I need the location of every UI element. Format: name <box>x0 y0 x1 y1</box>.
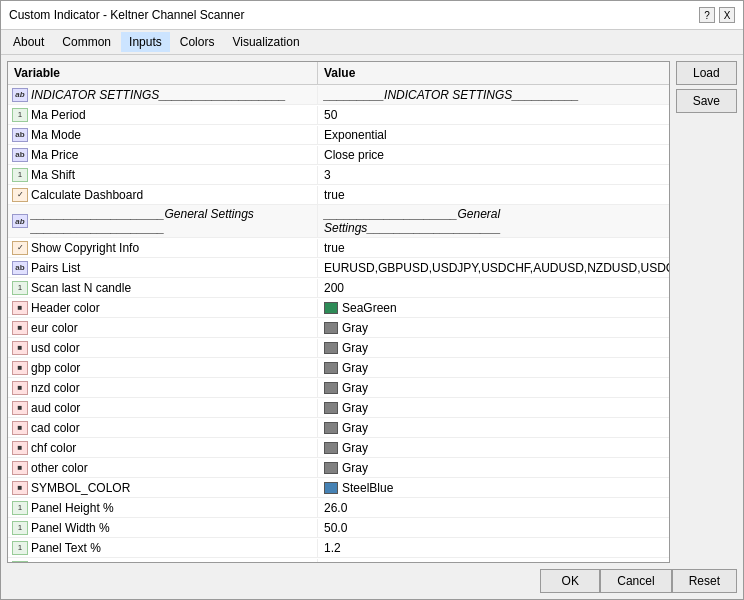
cell-value: SeaGreen <box>318 299 669 317</box>
variable-text: Ma Price <box>31 148 78 162</box>
table-header: Variable Value <box>8 62 669 85</box>
color-swatch <box>324 422 338 434</box>
variable-text: chf color <box>31 441 76 455</box>
cell-variable: ■ eur color <box>8 319 318 337</box>
cell-value: 200 <box>318 279 669 297</box>
cell-value: Gray <box>318 379 669 397</box>
table-row[interactable]: ab Ma Mode Exponential <box>8 125 669 145</box>
table-row[interactable]: ab INDICATOR SETTINGS___________________… <box>8 85 669 105</box>
menu-bar: About Common Inputs Colors Visualization <box>1 30 743 55</box>
bottom-buttons-row: OK Cancel Reset <box>7 569 737 593</box>
ab-icon: ab <box>12 88 28 102</box>
table-row[interactable]: ab Ma Price Close price <box>8 145 669 165</box>
help-button[interactable]: ? <box>699 7 715 23</box>
menu-common[interactable]: Common <box>54 32 119 52</box>
color-icon: ■ <box>12 301 28 315</box>
value-text: SeaGreen <box>342 301 397 315</box>
variable-text: aud color <box>31 401 80 415</box>
table-row[interactable]: ■ usd color Gray <box>8 338 669 358</box>
color-swatch <box>324 442 338 454</box>
table-row[interactable]: ab Pairs List EURUSD,GBPUSD,USDJPY,USDCH… <box>8 258 669 278</box>
cell-variable: 1 Arrow Up Code <box>8 559 318 564</box>
table-row[interactable]: ■ nzd color Gray <box>8 378 669 398</box>
cell-variable: 1 Ma Period <box>8 106 318 124</box>
color-icon: ■ <box>12 321 28 335</box>
table-row[interactable]: 1 Arrow Up Code 233 <box>8 558 669 563</box>
table-row[interactable]: 1 Ma Shift 3 <box>8 165 669 185</box>
value-text: Gray <box>342 321 368 335</box>
table-row[interactable]: 1 Scan last N candle 200 <box>8 278 669 298</box>
variable-text: Scan last N candle <box>31 281 131 295</box>
value-text: Gray <box>342 361 368 375</box>
table-row[interactable]: 1 Panel Height % 26.0 <box>8 498 669 518</box>
table-row[interactable]: 1 Panel Width % 50.0 <box>8 518 669 538</box>
cell-value: 233 <box>318 559 669 564</box>
variable-text: usd color <box>31 341 80 355</box>
color-swatch <box>324 302 338 314</box>
menu-inputs[interactable]: Inputs <box>121 32 170 52</box>
num-icon: 1 <box>12 501 28 515</box>
cell-variable: ■ usd color <box>8 339 318 357</box>
color-icon: ■ <box>12 481 28 495</box>
table-row[interactable]: ■ SYMBOL_COLOR SteelBlue <box>8 478 669 498</box>
table-row[interactable]: ■ Header color SeaGreen <box>8 298 669 318</box>
cell-value: 26.0 <box>318 499 669 517</box>
table-row[interactable]: 1 Panel Text % 1.2 <box>8 538 669 558</box>
main-window: Custom Indicator - Keltner Channel Scann… <box>0 0 744 600</box>
load-button[interactable]: Load <box>676 61 737 85</box>
bool-icon: ✓ <box>12 188 28 202</box>
table-row[interactable]: ■ eur color Gray <box>8 318 669 338</box>
value-text: _________INDICATOR SETTINGS__________ <box>324 88 579 102</box>
ok-button[interactable]: OK <box>540 569 600 593</box>
color-swatch <box>324 322 338 334</box>
save-button[interactable]: Save <box>676 89 737 113</box>
value-text: 200 <box>324 281 344 295</box>
value-text: 50 <box>324 108 337 122</box>
cell-variable: ab Ma Price <box>8 146 318 164</box>
cell-variable: ■ Header color <box>8 299 318 317</box>
cell-value: _________INDICATOR SETTINGS__________ <box>318 86 669 104</box>
cancel-button[interactable]: Cancel <box>600 569 671 593</box>
table-row[interactable]: ✓ Calculate Dashboard true <box>8 185 669 205</box>
cell-value: Close price <box>318 146 669 164</box>
value-text: Gray <box>342 441 368 455</box>
cell-value: 50 <box>318 106 669 124</box>
settings-table[interactable]: Variable Value ab INDICATOR SETTINGS____… <box>7 61 670 563</box>
menu-about[interactable]: About <box>5 32 52 52</box>
cell-variable: ■ aud color <box>8 399 318 417</box>
cell-variable: ✓ Calculate Dashboard <box>8 186 318 204</box>
close-button[interactable]: X <box>719 7 735 23</box>
value-text: 3 <box>324 168 331 182</box>
variable-text: Panel Text % <box>31 541 101 555</box>
variable-text: gbp color <box>31 361 80 375</box>
table-row[interactable]: ■ gbp color Gray <box>8 358 669 378</box>
table-row[interactable]: ■ aud color Gray <box>8 398 669 418</box>
color-icon: ■ <box>12 421 28 435</box>
menu-colors[interactable]: Colors <box>172 32 223 52</box>
table-row[interactable]: ■ cad color Gray <box>8 418 669 438</box>
cell-value: SteelBlue <box>318 479 669 497</box>
value-text: Gray <box>342 401 368 415</box>
cell-value: Gray <box>318 319 669 337</box>
table-row[interactable]: 1 Ma Period 50 <box>8 105 669 125</box>
menu-visualization[interactable]: Visualization <box>224 32 307 52</box>
table-row[interactable]: ■ chf color Gray <box>8 438 669 458</box>
color-icon: ■ <box>12 441 28 455</box>
reset-button[interactable]: Reset <box>672 569 737 593</box>
cell-variable: ab ____________________General Settings … <box>8 205 318 237</box>
num-icon: 1 <box>12 168 28 182</box>
title-bar-buttons: ? X <box>699 7 735 23</box>
cell-variable: ✓ Show Copyright Info <box>8 239 318 257</box>
value-text: 26.0 <box>324 501 347 515</box>
cell-variable: 1 Panel Width % <box>8 519 318 537</box>
variable-text: Calculate Dashboard <box>31 188 143 202</box>
table-row[interactable]: ✓ Show Copyright Info true <box>8 238 669 258</box>
color-icon: ■ <box>12 401 28 415</box>
num-icon: 1 <box>12 541 28 555</box>
variable-text: other color <box>31 461 88 475</box>
table-row[interactable]: ■ other color Gray <box>8 458 669 478</box>
color-swatch <box>324 482 338 494</box>
num-icon: 1 <box>12 281 28 295</box>
variable-text: Ma Mode <box>31 128 81 142</box>
table-row[interactable]: ab ____________________General Settings … <box>8 205 669 238</box>
